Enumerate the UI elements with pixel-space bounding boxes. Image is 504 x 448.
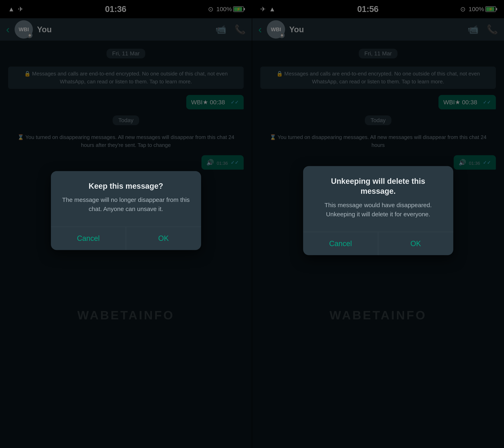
dialog-2: Unkeeping will delete this message. This…: [303, 166, 453, 255]
dialog-1: Keep this message? The message will no l…: [51, 171, 201, 250]
dialog-ok-2[interactable]: OK: [378, 232, 453, 255]
dialog-message-2: This message would have disappeared. Unk…: [313, 200, 443, 218]
dialog-body-1: Keep this message? The message will no l…: [51, 171, 201, 221]
dialog-body-2: Unkeeping will delete this message. This…: [303, 166, 453, 226]
screen-2: ✈ ▲ 01:56 ⊙ 100% ⚡ ‹: [252, 0, 504, 448]
dialog-title-1: Keep this message?: [61, 181, 191, 191]
dialog-actions-2: Cancel OK: [303, 232, 453, 255]
dialog-actions-1: Cancel OK: [51, 227, 201, 250]
dialog-ok-1[interactable]: OK: [126, 227, 201, 250]
dialog-title-2: Unkeeping will delete this message.: [313, 176, 443, 196]
dialog-message-1: The message will no longer disappear fro…: [61, 195, 191, 214]
dialog-cancel-1[interactable]: Cancel: [51, 227, 126, 250]
dialog-cancel-2[interactable]: Cancel: [303, 232, 378, 255]
screen-1: ▲ ✈ 01:36 ⊙ 100% ⚡ ‹: [0, 0, 252, 448]
